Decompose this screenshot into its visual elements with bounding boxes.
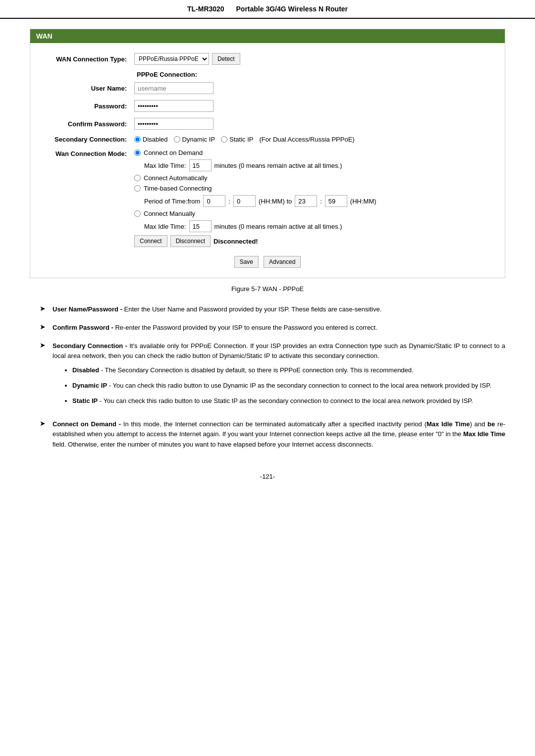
secondary-dynamic-radio[interactable] xyxy=(174,136,180,143)
mode-connect-auto: Connect Automatically xyxy=(134,174,376,182)
save-button[interactable]: Save xyxy=(234,256,259,268)
bullet-arrow-4: ➤ xyxy=(40,419,48,427)
username-row: User Name: xyxy=(45,82,490,94)
password-input[interactable] xyxy=(134,100,214,112)
time-period-row: Period of Time:from : (HH:MM) to : (HH:M… xyxy=(144,195,376,207)
time-to-hh-input[interactable] xyxy=(295,195,317,207)
secondary-connection-options: Disabled Dynamic IP Static IP (For Dual … xyxy=(134,136,355,143)
confirm-password-input[interactable] xyxy=(134,118,214,130)
sub-bullet-3-1-text: - The Secondary Connection is disabled b… xyxy=(101,366,414,374)
secondary-connection-row: Secondary Connection: Disabled Dynamic I… xyxy=(45,136,490,143)
period-label: Period of Time:from xyxy=(144,198,200,205)
bullet-arrow-3: ➤ xyxy=(40,341,48,349)
model-description: Portable 3G/4G Wireless N Router xyxy=(236,5,348,13)
confirm-password-label: Confirm Password: xyxy=(45,120,134,128)
bullet-text-4: Connect on Demand - In this mode, the In… xyxy=(53,419,505,450)
sub-bullet-3-2-bold: Dynamic IP xyxy=(72,382,107,389)
wan-mode-options: Connect on Demand Max Idle Time: minutes… xyxy=(134,149,376,250)
page-number: -121- xyxy=(0,473,535,490)
mode-manual-label: Connect Manually xyxy=(144,210,195,217)
max-idle-note-1: minutes (0 means remain active at all ti… xyxy=(214,162,342,169)
bullet-arrow-1: ➤ xyxy=(40,304,48,312)
bullet-1-bold: User Name/Password - xyxy=(53,305,122,313)
bullet-3-bold: Secondary Connection - xyxy=(53,342,127,350)
sub-bullet-3-2: Dynamic IP - You can check this radio bu… xyxy=(72,381,505,391)
secondary-static-radio[interactable] xyxy=(221,136,227,143)
secondary-static-label: Static IP xyxy=(229,136,253,143)
max-idle-note-2: minutes (0 means remain active at all ti… xyxy=(214,223,342,230)
username-input[interactable] xyxy=(134,82,214,94)
connect-button[interactable]: Connect xyxy=(134,235,167,247)
mode-auto-label: Connect Automatically xyxy=(144,174,208,182)
wan-connection-type-select[interactable]: PPPoE/Russia PPPoE xyxy=(134,53,209,65)
mode-manual-radio[interactable] xyxy=(134,210,141,217)
wan-connection-type-label: WAN Connection Type: xyxy=(45,55,134,63)
mode-connect-manually: Connect Manually xyxy=(134,210,376,217)
time-to-label: (HH:MM) to xyxy=(259,198,292,205)
username-label: User Name: xyxy=(45,85,134,92)
sub-bullet-3-2-text: - You can check this radio button to use… xyxy=(109,382,491,389)
max-idle-label-1: Max Idle Time: xyxy=(144,162,186,169)
max-idle-label-2: Max Idle Time: xyxy=(144,223,186,230)
bullet-1-text: Enter the User Name and Password provide… xyxy=(124,305,382,313)
bullet-4-bold-2: Max Idle Time xyxy=(427,420,470,428)
bullet-2: ➤ Confirm Password - Re-enter the Passwo… xyxy=(30,323,505,333)
secondary-disabled-label: Disabled xyxy=(143,136,168,143)
max-idle-input-1[interactable] xyxy=(189,159,212,171)
secondary-note: (For Dual Access/Russia PPPoE) xyxy=(259,136,354,143)
bullet-2-text: Re-enter the Password provided by your I… xyxy=(115,324,377,331)
secondary-disabled-radio[interactable] xyxy=(134,136,141,143)
bullet-arrow-2: ➤ xyxy=(40,323,48,331)
bullet-1: ➤ User Name/Password - Enter the User Na… xyxy=(30,304,505,315)
mode-auto-radio[interactable] xyxy=(134,175,141,181)
pppoe-section-label: PPPoE Connection: xyxy=(45,71,490,78)
time-to-note: (HH:MM) xyxy=(350,198,376,205)
bullet-2-bold: Confirm Password - xyxy=(53,324,113,331)
mode-time-label: Time-based Connecting xyxy=(144,185,212,192)
wan-mode-row: Wan Connection Mode: Connect on Demand M… xyxy=(45,149,490,250)
advanced-button[interactable]: Advanced xyxy=(264,256,301,268)
max-idle-row-2: Max Idle Time: minutes (0 means remain a… xyxy=(144,220,376,232)
time-from-hh-input[interactable] xyxy=(203,195,225,207)
mode-time-based: Time-based Connecting xyxy=(134,185,376,192)
sub-bullet-3-3-text: - You can check this radio button to use… xyxy=(100,397,473,404)
sub-bullet-3-1-bold: Disabled xyxy=(72,366,99,374)
connect-actions-row: Connect Disconnect Disconnected! xyxy=(134,235,376,247)
secondary-connection-label: Secondary Connection: xyxy=(45,136,134,143)
secondary-static-option: Static IP xyxy=(221,136,253,143)
wan-panel: WAN WAN Connection Type: PPPoE/Russia PP… xyxy=(30,29,505,278)
time-to-mm-input[interactable] xyxy=(325,195,347,207)
figure-caption: Figure 5-7 WAN - PPPoE xyxy=(0,285,535,293)
disconnected-status: Disconnected! xyxy=(214,238,258,245)
sub-bullet-3-1: Disabled - The Secondary Connection is d… xyxy=(72,365,505,376)
mode-cod-label: Connect on Demand xyxy=(144,149,203,156)
wan-title: WAN xyxy=(30,29,505,43)
secondary-dynamic-option: Dynamic IP xyxy=(174,136,215,143)
confirm-password-row: Confirm Password: xyxy=(45,118,490,130)
header-title: TL-MR3020 Portable 3G/4G Wireless N Rout… xyxy=(187,5,348,13)
max-idle-row-1: Max Idle Time: minutes (0 means remain a… xyxy=(144,159,376,171)
wan-mode-label: Wan Connection Mode: xyxy=(45,149,134,157)
secondary-disabled-option: Disabled xyxy=(134,136,168,143)
bullet-text-2: Confirm Password - Re-enter the Password… xyxy=(53,323,377,333)
bullet-text-3: Secondary Connection - It's available on… xyxy=(53,341,505,411)
wan-body: WAN Connection Type: PPPoE/Russia PPPoE … xyxy=(30,43,505,278)
sub-bullet-3-3-bold: Static IP xyxy=(72,397,98,404)
bullet-4-bold: Connect on Demand - xyxy=(53,420,121,428)
password-label: Password: xyxy=(45,102,134,110)
detect-button[interactable]: Detect xyxy=(212,53,240,65)
password-row: Password: xyxy=(45,100,490,112)
sub-bullet-list-3: Disabled - The Secondary Connection is d… xyxy=(53,365,505,406)
mode-connect-on-demand: Connect on Demand xyxy=(134,149,376,156)
mode-time-radio[interactable] xyxy=(134,185,141,192)
save-advanced-row: Save Advanced xyxy=(45,256,490,268)
page-header: TL-MR3020 Portable 3G/4G Wireless N Rout… xyxy=(0,0,535,19)
colon-1: : xyxy=(228,198,230,205)
sub-bullet-3-3: Static IP - You can check this radio but… xyxy=(72,396,505,406)
mode-cod-radio[interactable] xyxy=(134,150,141,156)
disconnect-button[interactable]: Disconnect xyxy=(170,235,211,247)
time-from-mm-input[interactable] xyxy=(233,195,256,207)
max-idle-input-2[interactable] xyxy=(189,220,212,232)
bullet-4: ➤ Connect on Demand - In this mode, the … xyxy=(30,419,505,450)
bullet-4-bold-3: be xyxy=(487,420,495,428)
